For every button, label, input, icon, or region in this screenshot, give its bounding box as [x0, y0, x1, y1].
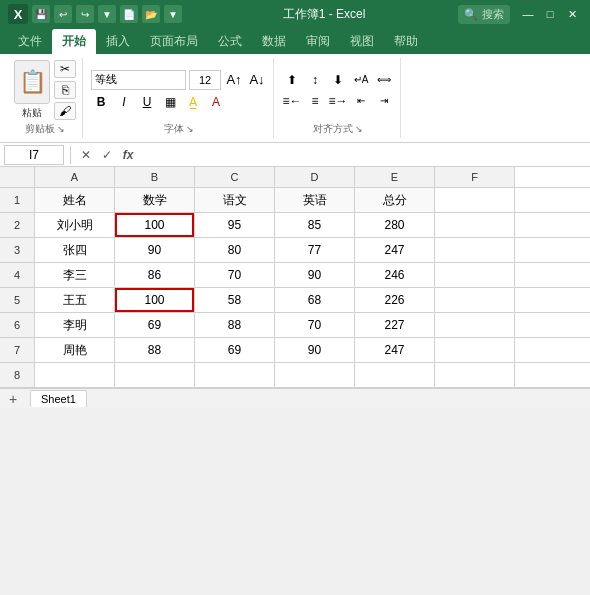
- tab-insert[interactable]: 插入: [96, 29, 140, 54]
- border-button[interactable]: ▦: [160, 93, 180, 111]
- search-box[interactable]: 🔍 搜索: [458, 5, 510, 24]
- cell-6-F[interactable]: [435, 313, 515, 337]
- cell-4-B[interactable]: 86: [115, 263, 195, 287]
- bold-button[interactable]: B: [91, 93, 111, 111]
- tab-page-layout[interactable]: 页面布局: [140, 29, 208, 54]
- cell-3-F[interactable]: [435, 238, 515, 262]
- italic-button[interactable]: I: [114, 93, 134, 111]
- col-header-d[interactable]: D: [275, 167, 355, 187]
- col-header-e[interactable]: E: [355, 167, 435, 187]
- minimize-button[interactable]: —: [518, 5, 538, 23]
- cell-1-B[interactable]: 数学: [115, 188, 195, 212]
- cell-2-E[interactable]: 280: [355, 213, 435, 237]
- align-top-button[interactable]: ⬆: [282, 71, 302, 89]
- cell-7-A[interactable]: 周艳: [35, 338, 115, 362]
- undo-button[interactable]: ↩: [54, 5, 72, 23]
- cell-2-F[interactable]: [435, 213, 515, 237]
- cell-4-A[interactable]: 李三: [35, 263, 115, 287]
- align-center-button[interactable]: ≡: [305, 92, 325, 110]
- wrap-text-button[interactable]: ↵A: [351, 71, 371, 89]
- cell-6-D[interactable]: 70: [275, 313, 355, 337]
- cell-1-F[interactable]: [435, 188, 515, 212]
- underline-button[interactable]: U: [137, 93, 157, 111]
- cell-5-E[interactable]: 226: [355, 288, 435, 312]
- col-header-a[interactable]: A: [35, 167, 115, 187]
- cancel-formula-button[interactable]: ✕: [77, 146, 95, 164]
- cell-7-F[interactable]: [435, 338, 515, 362]
- cell-8-F[interactable]: [435, 363, 515, 387]
- tab-home[interactable]: 开始: [52, 29, 96, 54]
- align-bottom-button[interactable]: ⬇: [328, 71, 348, 89]
- redo-button[interactable]: ↪: [76, 5, 94, 23]
- tab-view[interactable]: 视图: [340, 29, 384, 54]
- cell-5-B[interactable]: 100: [115, 288, 195, 312]
- tab-file[interactable]: 文件: [8, 29, 52, 54]
- format-painter-button[interactable]: 🖌: [54, 102, 76, 120]
- cell-6-A[interactable]: 李明: [35, 313, 115, 337]
- increase-font-button[interactable]: A↑: [224, 71, 244, 89]
- cell-4-D[interactable]: 90: [275, 263, 355, 287]
- merge-center-button[interactable]: ⟺: [374, 71, 394, 89]
- cell-2-D[interactable]: 85: [275, 213, 355, 237]
- cell-8-A[interactable]: [35, 363, 115, 387]
- cell-6-E[interactable]: 227: [355, 313, 435, 337]
- cell-7-E[interactable]: 247: [355, 338, 435, 362]
- cell-2-B[interactable]: 100: [115, 213, 195, 237]
- fill-color-button[interactable]: A̲: [183, 93, 203, 111]
- file-icon[interactable]: 📄: [120, 5, 138, 23]
- name-box[interactable]: [4, 145, 64, 165]
- insert-function-button[interactable]: fx: [119, 146, 137, 164]
- tab-formulas[interactable]: 公式: [208, 29, 252, 54]
- tab-data[interactable]: 数据: [252, 29, 296, 54]
- cut-button[interactable]: ✂: [54, 60, 76, 78]
- more-title-btn[interactable]: ▼: [164, 5, 182, 23]
- cell-8-B[interactable]: [115, 363, 195, 387]
- cell-2-C[interactable]: 95: [195, 213, 275, 237]
- cell-6-B[interactable]: 69: [115, 313, 195, 337]
- font-color-button[interactable]: A: [206, 93, 226, 111]
- cell-5-C[interactable]: 58: [195, 288, 275, 312]
- decrease-font-button[interactable]: A↓: [247, 71, 267, 89]
- cell-5-D[interactable]: 68: [275, 288, 355, 312]
- paste-button[interactable]: 📋: [14, 60, 50, 104]
- close-button[interactable]: ✕: [562, 5, 582, 23]
- tab-help[interactable]: 帮助: [384, 29, 428, 54]
- quick-access-more[interactable]: ▼: [98, 5, 116, 23]
- cell-3-C[interactable]: 80: [195, 238, 275, 262]
- add-sheet-button[interactable]: +: [4, 390, 22, 408]
- folder-icon[interactable]: 📂: [142, 5, 160, 23]
- cell-8-E[interactable]: [355, 363, 435, 387]
- align-middle-button[interactable]: ↕: [305, 71, 325, 89]
- cell-3-E[interactable]: 247: [355, 238, 435, 262]
- sheet-tab-1[interactable]: Sheet1: [30, 390, 87, 407]
- copy-button[interactable]: ⎘: [54, 81, 76, 99]
- cell-2-A[interactable]: 刘小明: [35, 213, 115, 237]
- cell-3-B[interactable]: 90: [115, 238, 195, 262]
- maximize-button[interactable]: □: [540, 5, 560, 23]
- tab-review[interactable]: 审阅: [296, 29, 340, 54]
- decrease-indent-button[interactable]: ⇤: [351, 92, 371, 110]
- align-right-button[interactable]: ≡→: [328, 92, 348, 110]
- cell-1-E[interactable]: 总分: [355, 188, 435, 212]
- col-header-f[interactable]: F: [435, 167, 515, 187]
- cell-1-A[interactable]: 姓名: [35, 188, 115, 212]
- cell-4-E[interactable]: 246: [355, 263, 435, 287]
- cell-6-C[interactable]: 88: [195, 313, 275, 337]
- cell-3-A[interactable]: 张四: [35, 238, 115, 262]
- align-left-button[interactable]: ≡←: [282, 92, 302, 110]
- cell-8-D[interactable]: [275, 363, 355, 387]
- cell-8-C[interactable]: [195, 363, 275, 387]
- col-header-c[interactable]: C: [195, 167, 275, 187]
- cell-1-C[interactable]: 语文: [195, 188, 275, 212]
- cell-1-D[interactable]: 英语: [275, 188, 355, 212]
- font-name-input[interactable]: [91, 70, 186, 90]
- cell-3-D[interactable]: 77: [275, 238, 355, 262]
- cell-7-B[interactable]: 88: [115, 338, 195, 362]
- increase-indent-button[interactable]: ⇥: [374, 92, 394, 110]
- confirm-formula-button[interactable]: ✓: [98, 146, 116, 164]
- font-size-input[interactable]: [189, 70, 221, 90]
- col-header-b[interactable]: B: [115, 167, 195, 187]
- cell-7-C[interactable]: 69: [195, 338, 275, 362]
- cell-4-F[interactable]: [435, 263, 515, 287]
- save-button[interactable]: 💾: [32, 5, 50, 23]
